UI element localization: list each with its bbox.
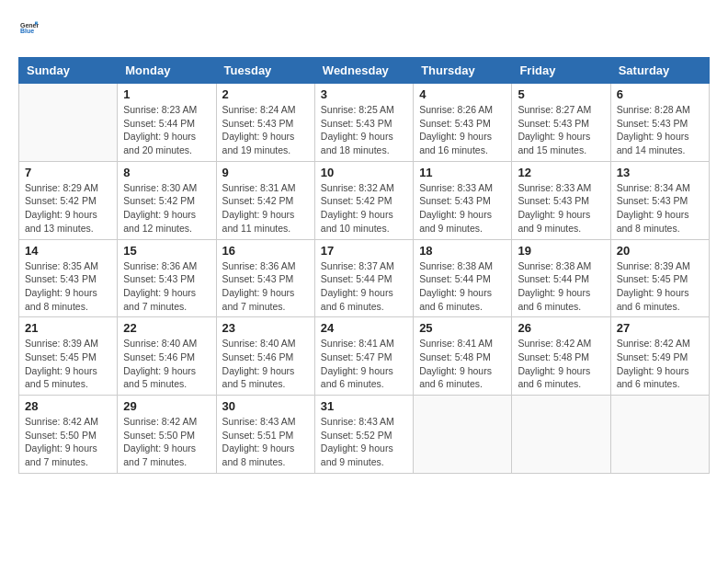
day-content: Sunrise: 8:36 AM Sunset: 5:43 PM Dayligh…: [222, 259, 309, 314]
calendar-cell: 11Sunrise: 8:33 AM Sunset: 5:43 PM Dayli…: [414, 161, 512, 239]
day-number: 14: [25, 244, 111, 258]
day-number: 30: [222, 399, 309, 413]
day-content: Sunrise: 8:42 AM Sunset: 5:49 PM Dayligh…: [617, 337, 703, 391]
day-number: 24: [321, 321, 407, 335]
day-number: 7: [25, 166, 111, 179]
day-content: Sunrise: 8:34 AM Sunset: 5:43 PM Dayligh…: [617, 181, 703, 236]
calendar-week-1: 1Sunrise: 8:23 AM Sunset: 5:44 PM Daylig…: [19, 84, 710, 162]
calendar-cell: 2Sunrise: 8:24 AM Sunset: 5:43 PM Daylig…: [216, 84, 314, 162]
day-content: Sunrise: 8:29 AM Sunset: 5:42 PM Dayligh…: [25, 181, 111, 236]
day-number: 19: [518, 244, 604, 258]
day-content: Sunrise: 8:31 AM Sunset: 5:42 PM Dayligh…: [222, 181, 309, 236]
day-content: Sunrise: 8:35 AM Sunset: 5:43 PM Dayligh…: [25, 259, 111, 314]
calendar-cell: [610, 396, 709, 474]
day-number: 11: [419, 166, 506, 179]
calendar-cell: 20Sunrise: 8:39 AM Sunset: 5:45 PM Dayli…: [610, 239, 709, 317]
day-content: Sunrise: 8:38 AM Sunset: 5:44 PM Dayligh…: [518, 259, 604, 314]
day-number: 28: [25, 399, 111, 413]
day-content: Sunrise: 8:30 AM Sunset: 5:42 PM Dayligh…: [123, 181, 210, 236]
calendar-cell: 17Sunrise: 8:37 AM Sunset: 5:44 PM Dayli…: [314, 239, 413, 317]
calendar-cell: [512, 396, 610, 474]
day-number: 16: [222, 244, 309, 258]
day-number: 13: [617, 166, 703, 179]
day-content: Sunrise: 8:36 AM Sunset: 5:43 PM Dayligh…: [123, 259, 210, 314]
day-content: Sunrise: 8:40 AM Sunset: 5:46 PM Dayligh…: [222, 337, 309, 391]
calendar-cell: 4Sunrise: 8:26 AM Sunset: 5:43 PM Daylig…: [414, 84, 512, 162]
calendar-cell: 8Sunrise: 8:30 AM Sunset: 5:42 PM Daylig…: [118, 161, 216, 239]
weekday-header-saturday: Saturday: [610, 58, 709, 84]
day-number: 27: [617, 321, 703, 335]
weekday-header-tuesday: Tuesday: [216, 58, 314, 84]
calendar-cell: 23Sunrise: 8:40 AM Sunset: 5:46 PM Dayli…: [216, 317, 314, 396]
day-number: 18: [419, 244, 506, 258]
day-number: 3: [321, 87, 407, 101]
calendar-cell: 29Sunrise: 8:42 AM Sunset: 5:50 PM Dayli…: [118, 396, 216, 474]
day-number: 17: [321, 244, 407, 258]
calendar-cell: 18Sunrise: 8:38 AM Sunset: 5:44 PM Dayli…: [414, 239, 512, 317]
calendar-week-2: 7Sunrise: 8:29 AM Sunset: 5:42 PM Daylig…: [19, 161, 710, 239]
day-content: Sunrise: 8:24 AM Sunset: 5:43 PM Dayligh…: [222, 103, 309, 157]
day-number: 2: [222, 87, 309, 101]
day-number: 23: [222, 321, 309, 335]
day-number: 5: [518, 87, 604, 101]
day-number: 6: [617, 87, 703, 101]
calendar-cell: 19Sunrise: 8:38 AM Sunset: 5:44 PM Dayli…: [512, 239, 610, 317]
day-content: Sunrise: 8:25 AM Sunset: 5:43 PM Dayligh…: [321, 103, 407, 157]
day-content: Sunrise: 8:39 AM Sunset: 5:45 PM Dayligh…: [617, 259, 703, 314]
calendar-cell: 1Sunrise: 8:23 AM Sunset: 5:44 PM Daylig…: [118, 84, 216, 162]
calendar-cell: 6Sunrise: 8:28 AM Sunset: 5:43 PM Daylig…: [610, 84, 709, 162]
weekday-header-monday: Monday: [118, 58, 216, 84]
day-content: Sunrise: 8:28 AM Sunset: 5:43 PM Dayligh…: [617, 103, 703, 157]
day-content: Sunrise: 8:33 AM Sunset: 5:43 PM Dayligh…: [419, 181, 506, 236]
calendar-week-4: 21Sunrise: 8:39 AM Sunset: 5:45 PM Dayli…: [19, 317, 710, 396]
day-content: Sunrise: 8:37 AM Sunset: 5:44 PM Dayligh…: [321, 259, 407, 314]
calendar-week-3: 14Sunrise: 8:35 AM Sunset: 5:43 PM Dayli…: [19, 239, 710, 317]
day-number: 26: [518, 321, 604, 335]
calendar-week-5: 28Sunrise: 8:42 AM Sunset: 5:50 PM Dayli…: [19, 396, 710, 474]
day-content: Sunrise: 8:42 AM Sunset: 5:48 PM Dayligh…: [518, 337, 604, 391]
day-content: Sunrise: 8:42 AM Sunset: 5:50 PM Dayligh…: [25, 415, 111, 469]
calendar-cell: 13Sunrise: 8:34 AM Sunset: 5:43 PM Dayli…: [610, 161, 709, 239]
calendar-cell: 24Sunrise: 8:41 AM Sunset: 5:47 PM Dayli…: [314, 317, 413, 396]
day-content: Sunrise: 8:41 AM Sunset: 5:48 PM Dayligh…: [419, 337, 506, 391]
day-content: Sunrise: 8:43 AM Sunset: 5:52 PM Dayligh…: [321, 415, 407, 469]
svg-text:Blue: Blue: [20, 28, 34, 34]
weekday-header-wednesday: Wednesday: [314, 58, 413, 84]
logo: General Blue: [18, 18, 42, 40]
day-number: 20: [617, 244, 703, 258]
day-content: Sunrise: 8:39 AM Sunset: 5:45 PM Dayligh…: [25, 337, 111, 391]
day-number: 4: [419, 87, 506, 101]
weekday-header-sunday: Sunday: [19, 58, 118, 84]
calendar-cell: [414, 396, 512, 474]
calendar-cell: 10Sunrise: 8:32 AM Sunset: 5:42 PM Dayli…: [314, 161, 413, 239]
calendar-cell: 9Sunrise: 8:31 AM Sunset: 5:42 PM Daylig…: [216, 161, 314, 239]
calendar-cell: 15Sunrise: 8:36 AM Sunset: 5:43 PM Dayli…: [118, 239, 216, 317]
calendar-cell: 14Sunrise: 8:35 AM Sunset: 5:43 PM Dayli…: [19, 239, 118, 317]
day-number: 12: [518, 166, 604, 179]
day-number: 9: [222, 166, 309, 179]
day-number: 22: [123, 321, 210, 335]
calendar-cell: [19, 84, 118, 162]
day-number: 10: [321, 166, 407, 179]
calendar-cell: 16Sunrise: 8:36 AM Sunset: 5:43 PM Dayli…: [216, 239, 314, 317]
day-number: 25: [419, 321, 506, 335]
weekday-header-friday: Friday: [512, 58, 610, 84]
day-content: Sunrise: 8:42 AM Sunset: 5:50 PM Dayligh…: [123, 415, 210, 469]
day-number: 1: [123, 87, 210, 101]
calendar-cell: 31Sunrise: 8:43 AM Sunset: 5:52 PM Dayli…: [314, 396, 413, 474]
calendar-cell: 22Sunrise: 8:40 AM Sunset: 5:46 PM Dayli…: [118, 317, 216, 396]
calendar-cell: 12Sunrise: 8:33 AM Sunset: 5:43 PM Dayli…: [512, 161, 610, 239]
day-content: Sunrise: 8:26 AM Sunset: 5:43 PM Dayligh…: [419, 103, 506, 157]
calendar-cell: 25Sunrise: 8:41 AM Sunset: 5:48 PM Dayli…: [414, 317, 512, 396]
day-number: 21: [25, 321, 111, 335]
day-content: Sunrise: 8:41 AM Sunset: 5:47 PM Dayligh…: [321, 337, 407, 391]
calendar-cell: 7Sunrise: 8:29 AM Sunset: 5:42 PM Daylig…: [19, 161, 118, 239]
calendar-cell: 27Sunrise: 8:42 AM Sunset: 5:49 PM Dayli…: [610, 317, 709, 396]
calendar-cell: 30Sunrise: 8:43 AM Sunset: 5:51 PM Dayli…: [216, 396, 314, 474]
calendar-cell: 26Sunrise: 8:42 AM Sunset: 5:48 PM Dayli…: [512, 317, 610, 396]
day-content: Sunrise: 8:40 AM Sunset: 5:46 PM Dayligh…: [123, 337, 210, 391]
day-content: Sunrise: 8:23 AM Sunset: 5:44 PM Dayligh…: [123, 103, 210, 157]
calendar-cell: 28Sunrise: 8:42 AM Sunset: 5:50 PM Dayli…: [19, 396, 118, 474]
day-content: Sunrise: 8:27 AM Sunset: 5:43 PM Dayligh…: [518, 103, 604, 157]
calendar-table: SundayMondayTuesdayWednesdayThursdayFrid…: [18, 57, 710, 474]
